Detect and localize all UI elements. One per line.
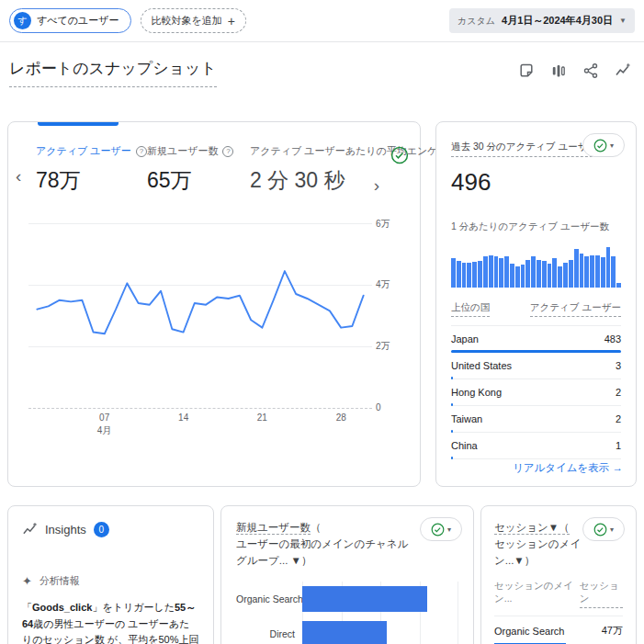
audience-pill[interactable]: す すべてのユーザー [9,8,131,33]
metric-label: 新規ユーザー数 [147,144,219,158]
topbar: す すべてのユーザー 比較対象を追加 + カスタム 4月1日～2024年4月30… [0,0,644,42]
channel-bar [302,586,427,612]
caret-down-icon: ▾ [610,141,614,150]
help-icon[interactable]: ? [222,146,233,157]
caret-down-icon: ▾ [447,525,451,534]
country-column-header[interactable]: 上位の国 [451,301,490,317]
ga4-report-snapshot: す すべてのユーザー 比較対象を追加 + カスタム 4月1日～2024年4月30… [0,0,644,644]
country-name: Taiwan [451,413,482,424]
data-quality-pill[interactable]: ▾ [582,133,625,157]
value-column-header[interactable]: アクティブ ユーザー [530,301,621,317]
channel-bar-track [302,586,458,612]
new-users-metric-label[interactable]: 新規ユーザー数 [236,522,311,535]
tab-avg-engagement[interactable]: アクティブ ユーザーあたりの平均エンゲー 2 分 30 秒 [250,144,448,195]
share-icon[interactable] [582,62,599,79]
country-row: Japan483 [451,326,621,353]
minute-bar [584,256,589,288]
minute-bar [563,263,568,288]
y-axis-tick: 4万 [376,278,405,291]
x-axis: 07 14 21 28 4月 [28,412,372,449]
country-name: Hong Kong [451,387,502,398]
help-icon[interactable]: ? [136,146,147,157]
insights-section-label: 分析情報 [40,574,80,588]
sessions-dim-column-header[interactable]: セッションのメイン... [494,580,580,608]
country-value: 2 [616,413,621,424]
minute-bar [548,264,552,288]
country-name: Japan [451,333,479,345]
sessions-metric-label[interactable]: セッション▼（ [494,522,570,535]
per-minute-label: 1 分あたりのアクティブ ユーザー数 [451,220,621,233]
caret-down-icon: ▼ [619,17,627,25]
insights-title: Insights [45,523,86,537]
insights-header[interactable]: Insights 0 [22,522,199,537]
minute-bar [521,265,525,288]
x-axis-tick: 14 [178,412,188,423]
insight-text-part: 」をトリガーした [92,602,175,613]
minute-bar [462,263,467,288]
y-axis-tick: 0 [376,402,405,412]
date-range-selector[interactable]: カスタム 4月1日～2024年4月30日 ▼ [449,8,635,33]
add-comparison-label: 比較対象を追加 [152,14,222,28]
arrow-right-icon: → [613,462,624,473]
plus-icon: + [228,15,235,28]
audience-label: すべてのユーザー [37,14,119,28]
channel-rows: Organic SearchDirectReferral [236,582,458,644]
sessions-card-title[interactable]: セッション▼（ セッションのメイン...▼） [494,520,595,569]
chevron-left-icon[interactable]: ‹ [16,166,21,186]
minute-bar [531,256,536,288]
channel-bar-chart: Organic SearchDirectReferral [236,582,458,644]
session-channel-name: Organic Search [494,626,564,637]
metric-tabs: アクティブ ユーザー ? 78万 新規ユーザー数 ? 65万 アクティブ ユーザ… [8,122,420,195]
note-icon[interactable] [518,62,535,79]
minute-bar [504,256,509,288]
new-users-dimension-label[interactable]: ユーザーの最初のメインのチャネル グループ... ▼） [236,538,408,566]
insights-card: Insights 0 ✦ 分析情報 「Goods_click」をトリガーした55… [7,505,214,644]
view-realtime-label: リアルタイムを表示 [513,462,609,473]
insight-text-part: が、平均を [105,634,159,644]
minute-bar [569,260,573,288]
data-quality-check-icon[interactable] [390,146,409,164]
chevron-right-icon[interactable]: › [374,175,379,196]
minute-bar [489,255,493,288]
minute-bar [525,260,530,288]
sessions-metric-column-header[interactable]: セッション [580,580,623,608]
minute-bar [457,261,461,288]
new-users-card-title[interactable]: 新規ユーザー数（ ユーザーの最初のメインのチャネル グループ... ▼） [236,520,420,569]
y-axis-tick: 2万 [376,340,405,353]
x-axis-month-label: 4月 [97,424,112,437]
y-axis-tick: 6万 [376,218,405,231]
x-axis-tick: 21 [257,412,267,423]
bar-chart-icon[interactable] [550,62,567,79]
session-row: Organic Search47万 [494,616,623,644]
country-table-header: 上位の国 アクティブ ユーザー [451,301,621,317]
data-quality-pill[interactable]: ▾ [582,517,625,541]
minute-bar [537,260,541,288]
minute-bar [606,247,611,288]
country-row: China1 [451,433,621,459]
tab-active-users[interactable]: アクティブ ユーザー ? 78万 [36,144,147,195]
country-name: China [451,440,478,451]
trend-chart: 6万 4万 2万 0 [28,221,405,409]
minute-bar [574,249,579,288]
view-realtime-link[interactable]: リアルタイムを表示 → [513,461,623,475]
minute-bar [510,264,514,288]
country-value: 483 [604,333,621,345]
minute-bar [552,258,557,288]
sessions-dimension-label[interactable]: セッションのメイン...▼） [494,538,581,566]
insights-icon[interactable] [615,62,631,79]
check-circle-icon [431,523,445,537]
insight-text[interactable]: 「Goods_click」をトリガーした55～64歳の男性ユーザーの ユーザーあ… [22,600,199,644]
minute-bar [595,255,600,288]
add-comparison-pill[interactable]: 比較対象を追加 + [141,8,246,33]
metric-value: 2 分 30 秒 [250,166,448,195]
data-quality-pill[interactable]: ▾ [420,517,462,541]
x-axis-tick: 07 [99,412,109,423]
minute-bar [616,283,621,288]
insight-event-name: Goods_click [32,602,92,613]
overview-card: ‹ アクティブ ユーザー ? 78万 新規ユーザー数 ? 65万 [7,121,421,487]
tab-new-users[interactable]: 新規ユーザー数 ? 65万 [147,144,228,195]
channel-bar [302,621,387,644]
channel-row: Direct [236,616,458,644]
metric-label: アクティブ ユーザーあたりの平均エンゲー [250,144,448,158]
minute-bar [467,263,471,288]
